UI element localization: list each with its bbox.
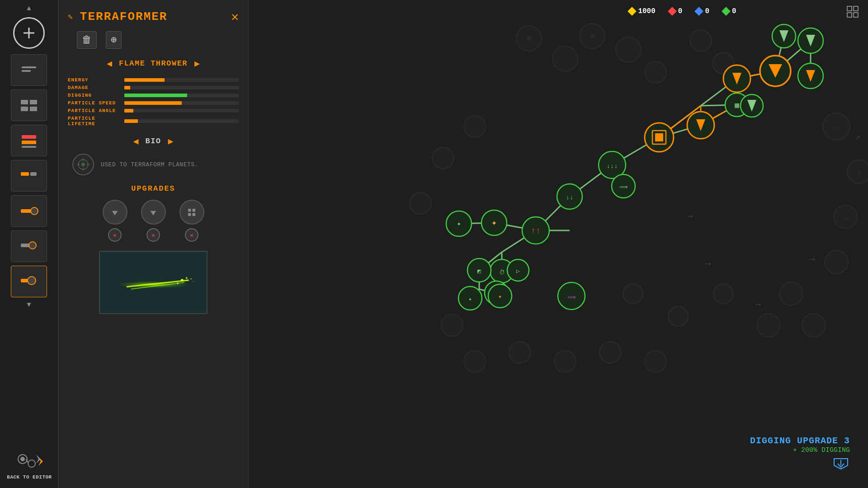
add-button[interactable]	[13, 17, 45, 49]
sidebar-item-3[interactable]	[11, 125, 47, 156]
svg-text:✦: ✦	[491, 218, 497, 228]
sidebar-item-5[interactable]	[11, 195, 47, 227]
upgrade-remove-2[interactable]: ✕	[146, 228, 160, 242]
svg-point-62	[757, 314, 780, 337]
upgrades-slots: ✕ ✕ ✕	[68, 200, 239, 242]
grid-icon[interactable]	[846, 5, 859, 21]
weapon-next-button[interactable]: ▶	[194, 58, 200, 69]
svg-rect-8	[22, 135, 36, 139]
svg-text:⊛: ⊛	[590, 33, 594, 41]
svg-text:▷: ▷	[516, 268, 520, 275]
svg-rect-4	[21, 100, 28, 104]
map-area[interactable]: 1000 0 0 0	[249, 0, 868, 488]
upgrades-section: UPGRADES ✕ ✕	[68, 184, 239, 242]
weapon-selector: ◀ FLAME THROWER ▶	[68, 58, 239, 69]
svg-rect-6	[21, 107, 28, 111]
svg-rect-47	[854, 6, 858, 11]
skill-tree-map[interactable]: ⊕ ⊛ → ↗ ↘	[249, 0, 868, 488]
bio-next-button[interactable]: ▶	[168, 136, 174, 147]
svg-point-53	[616, 37, 641, 62]
svg-point-20	[20, 457, 25, 461]
sidebar-item-4[interactable]	[11, 160, 47, 192]
upgrade-icon-2[interactable]	[141, 200, 166, 225]
stat-bar-fill	[124, 78, 165, 82]
svg-point-69	[509, 342, 531, 363]
upgrade-icon-3[interactable]	[179, 200, 204, 225]
svg-rect-126	[655, 133, 663, 141]
copy-button[interactable]: ⊕	[106, 31, 122, 49]
blue-value: 0	[705, 7, 709, 15]
back-to-editor-button[interactable]: BACK TO EDITOR	[0, 444, 59, 483]
bio-text: USED TO TERRAFORM PLANETS.	[101, 161, 198, 168]
svg-point-60	[825, 250, 848, 274]
svg-text:↓↓↓: ↓↓↓	[606, 163, 618, 170]
svg-point-42	[186, 277, 188, 279]
svg-text:↓↓: ↓↓	[566, 194, 574, 201]
svg-point-68	[464, 351, 486, 372]
svg-rect-7	[30, 107, 37, 111]
stat-bar-bg	[124, 94, 239, 97]
edit-pencil-icon: ✎	[68, 12, 73, 22]
stat-bar-fill	[124, 94, 187, 97]
sidebar-item-1[interactable]	[11, 54, 47, 86]
stat-bar-fill	[124, 119, 138, 123]
svg-point-70	[554, 351, 576, 372]
weapon-preview	[99, 251, 208, 314]
close-button[interactable]: ✕	[231, 9, 239, 24]
svg-text:▦: ▦	[735, 102, 739, 110]
stat-label: PARTICLE SPEED	[68, 100, 120, 106]
svg-text:↗: ↗	[854, 131, 860, 142]
bio-prev-button[interactable]: ◀	[133, 136, 138, 147]
stat-row-energy: ENERGY	[68, 77, 239, 83]
stat-row-damage: DAMAGE	[68, 85, 239, 90]
svg-text:⏱: ⏱	[499, 269, 505, 276]
stat-row-particle-speed: PARTICLE SPEED	[68, 100, 239, 106]
svg-rect-5	[30, 100, 37, 104]
svg-point-67	[441, 314, 463, 336]
svg-point-55	[690, 30, 712, 52]
stats-panel: ENERGYDAMAGEDIGGINGPARTICLE SPEEDPARTICL…	[68, 77, 239, 127]
svg-point-16	[29, 242, 36, 249]
svg-text:→: →	[705, 258, 711, 269]
svg-rect-35	[193, 209, 195, 211]
green-resource-icon	[722, 7, 731, 16]
sidebar-item-6[interactable]	[11, 230, 47, 262]
stat-label: PARTICLE ANGLE	[68, 108, 120, 113]
upgrade-remove-1[interactable]: ✕	[108, 228, 122, 242]
stat-row-particle-angle: PARTICLE ANGLE	[68, 108, 239, 113]
panel-header: ✎ TERRAFORMER ✕	[68, 9, 239, 24]
scroll-down-arrow[interactable]: ▼	[24, 301, 33, 310]
bio-icon	[72, 154, 94, 175]
svg-marker-33	[151, 211, 156, 215]
panel-actions: 🗑 ⊕	[68, 31, 239, 49]
upgrade-icon-1[interactable]	[103, 200, 127, 225]
back-to-editor-label: BACK TO EDITOR	[7, 474, 52, 480]
svg-point-66	[464, 116, 486, 137]
svg-point-44	[190, 278, 192, 280]
svg-point-27	[82, 163, 84, 165]
svg-point-74	[668, 306, 688, 326]
weapon-prev-button[interactable]: ◀	[107, 58, 112, 69]
sidebar-item-2[interactable]	[11, 89, 47, 121]
svg-text:↑↑: ↑↑	[531, 226, 541, 235]
svg-point-61	[779, 282, 803, 305]
upgrade-arrow	[750, 456, 850, 470]
svg-marker-24	[36, 455, 41, 464]
panel-title: TERRAFORMER	[80, 10, 168, 23]
svg-point-43	[177, 282, 179, 284]
svg-point-18	[28, 277, 36, 285]
resource-gold: 1000	[629, 7, 655, 15]
stat-bar-bg	[124, 86, 239, 89]
svg-point-75	[713, 284, 733, 304]
svg-text:✦: ✦	[468, 296, 472, 303]
upgrade-info: DIGGING UPGRADE 3 + 200% DIGGING	[750, 436, 850, 470]
svg-rect-48	[847, 13, 852, 17]
sidebar-item-7[interactable]	[11, 266, 47, 297]
svg-rect-49	[854, 13, 858, 17]
svg-text:↗: ↗	[857, 169, 861, 176]
upgrade-remove-3[interactable]: ✕	[185, 228, 198, 242]
svg-point-51	[552, 46, 578, 71]
scroll-up-arrow[interactable]: ▲	[24, 5, 33, 14]
svg-rect-11	[21, 172, 29, 176]
delete-button[interactable]: 🗑	[77, 31, 97, 49]
